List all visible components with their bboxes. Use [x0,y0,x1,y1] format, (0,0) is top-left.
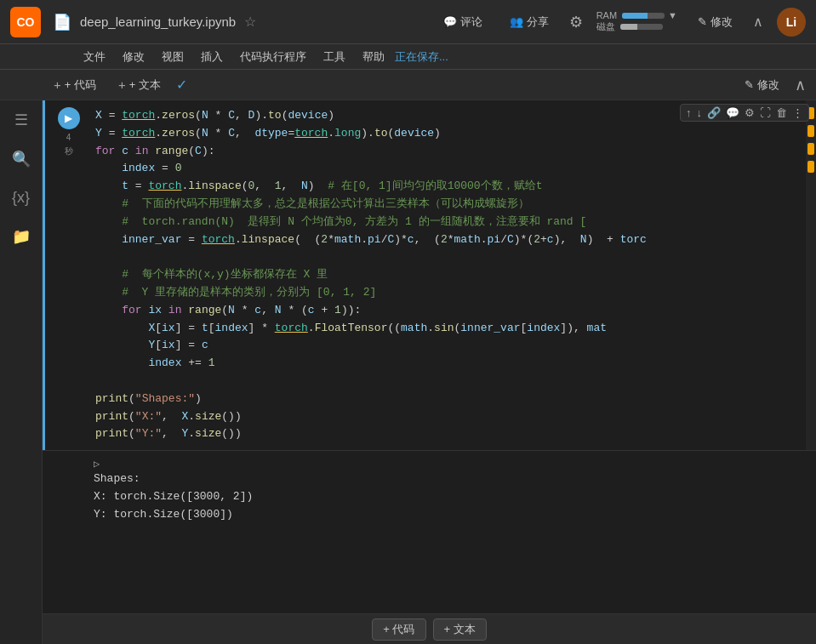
ram-bar-row: RAM ▼ [596,10,677,20]
edit-label-button[interactable]: ✎ 修改 [738,75,786,95]
menu-insert[interactable]: 插入 [194,48,230,66]
menu-view[interactable]: 视图 [155,48,191,66]
plus-icon-text: + [118,77,126,92]
bar-mark-3 [807,143,814,155]
bottom-add-code-button[interactable]: + 代码 [372,618,425,641]
star-icon[interactable]: ☆ [244,14,256,30]
add-code-button[interactable]: + + 代码 [47,75,103,95]
expand-icon[interactable]: ⛶ [760,106,771,119]
more-icon[interactable]: ⋮ [792,106,803,119]
settings-icon[interactable]: ⚙ [569,13,583,31]
user-avatar[interactable]: Li [777,8,806,37]
code-editor[interactable]: X = torch.zeros(N * C, D).to(device) Y =… [92,100,806,450]
app-logo: CO [10,7,41,37]
settings-cell-icon[interactable]: ⚙ [745,106,755,119]
output-icon: ▷ [94,459,100,470]
output-line-1: Shapes: [94,470,809,488]
move-down-icon[interactable]: ↓ [697,106,703,119]
bottom-toolbar: + 代码 + 文本 [43,613,816,644]
bar-mark-2 [807,125,814,137]
doc-icon: 📄 [53,13,71,31]
dropdown-icon[interactable]: ▼ [668,10,677,20]
saving-status: 正在保存... [395,49,448,65]
cell-area: ▶ 4 秒 X = torch.zeros(N * C, D).to(devic… [43,100,816,613]
menu-tools[interactable]: 工具 [317,48,352,66]
pencil-icon: ✎ [698,15,707,28]
add-text-label: + 文本 [129,77,161,93]
sidebar-search-icon[interactable]: 🔍 [9,146,34,172]
sidebar-folder-icon[interactable]: 📁 [9,224,34,249]
run-button[interactable]: ▶ [58,107,80,129]
file-title: deep_learning_turkey.ipynb [80,14,236,29]
disk-label: 磁盘 [596,20,615,33]
output-line-3: Y: torch.Size([3000]) [94,506,809,524]
bottom-add-text-button[interactable]: + 文本 [433,618,487,641]
main-area: ☰ 🔍 {x} 📁 ▶ 4 秒 X = torch.zeros(N * C, D… [0,100,816,644]
top-right-actions: 💬 评论 👥 分享 ⚙ RAM ▼ 磁盘 ✎ 修改 ∧ Li [437,8,806,37]
cell-status: 秒 [65,145,73,157]
menu-runtime[interactable]: 代码执行程序 [233,48,313,66]
add-text-button[interactable]: + + 文本 [111,75,168,95]
edit-label: ✎ 修改 [745,77,779,93]
edit-button-top[interactable]: ✎ 修改 [691,11,739,33]
move-up-icon[interactable]: ↑ [686,106,692,119]
output-line-2: X: torch.Size([3000, 2]) [94,488,809,506]
ram-indicator: RAM ▼ 磁盘 [596,10,677,33]
exec-count: 4 [66,133,71,142]
top-bar: CO 📄 deep_learning_turkey.ipynb ☆ 💬 评论 👥… [0,0,816,44]
menu-file[interactable]: 文件 [77,48,112,66]
delete-icon[interactable]: 🗑 [776,106,787,119]
comment-button[interactable]: 💬 评论 [437,11,489,33]
share-icon: 👥 [510,15,523,28]
code-cell: ▶ 4 秒 X = torch.zeros(N * C, D).to(devic… [43,100,816,450]
check-icon: ✓ [176,77,187,93]
disk-bar [620,24,663,30]
comment-label: 评论 [460,14,482,30]
collapse-icon[interactable]: ∧ [795,76,806,94]
bar-mark-4 [807,161,814,173]
sidebar: ☰ 🔍 {x} 📁 [0,100,43,644]
cell-gutter: ▶ 4 秒 [45,100,92,450]
share-label: 分享 [527,14,549,30]
cell-actions: ↑ ↓ 🔗 💬 ⚙ ⛶ 🗑 ⋮ [680,104,809,122]
content-area: ▶ 4 秒 X = torch.zeros(N * C, D).to(devic… [43,100,816,644]
comment-cell-icon[interactable]: 💬 [726,106,739,119]
menu-help[interactable]: 帮助 [356,48,391,66]
chevron-up-icon[interactable]: ∧ [753,14,763,30]
menu-bar: 文件 修改 视图 插入 代码执行程序 工具 帮助 正在保存... [0,44,816,70]
disk-bar-row: 磁盘 [596,20,663,33]
output-area: ▷ Shapes: X: torch.Size([3000, 2]) Y: to… [43,450,816,530]
cell-toolbar-row: + + 代码 + + 文本 ✓ ✎ 修改 ∧ [0,70,816,100]
sidebar-code-icon[interactable]: {x} [9,185,33,210]
add-code-label: + 代码 [65,77,96,93]
link-icon[interactable]: 🔗 [707,106,721,119]
menu-edit[interactable]: 修改 [116,48,151,66]
sidebar-menu-icon[interactable]: ☰ [11,107,31,133]
plus-icon: + [54,77,61,92]
comment-icon: 💬 [443,15,457,28]
ram-bar [622,13,665,19]
right-margin-bar [806,100,816,450]
ram-label: RAM [596,10,617,20]
share-button[interactable]: 👥 分享 [503,11,556,33]
edit-label: 修改 [710,14,733,30]
